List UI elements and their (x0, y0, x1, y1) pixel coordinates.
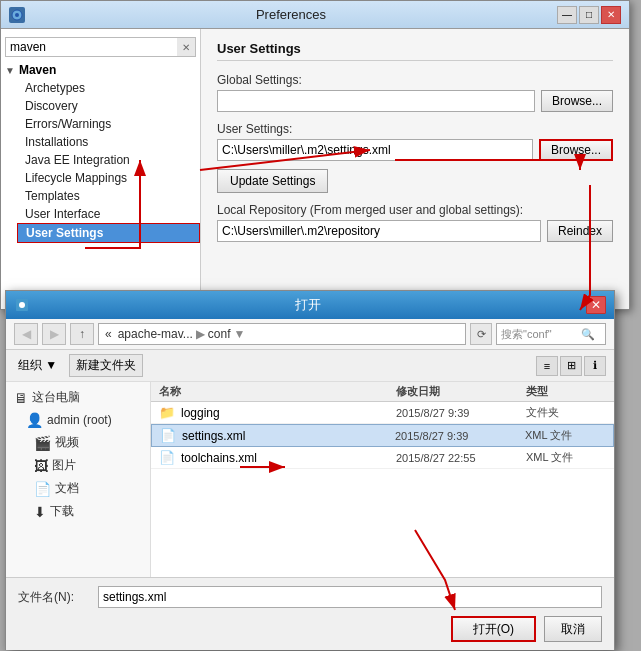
search-input[interactable] (6, 38, 177, 56)
new-folder-button[interactable]: 新建文件夹 (69, 354, 143, 377)
global-settings-input[interactable] (217, 90, 535, 112)
sidebar-item-video[interactable]: 🎬 视频 (6, 431, 150, 454)
pref-left-panel: ✕ ▼ Maven Archetypes Discovery Errors/Wa… (1, 29, 201, 309)
row-name: settings.xml (182, 429, 395, 443)
local-repo-input[interactable] (217, 220, 541, 242)
back-button[interactable]: ◀ (14, 323, 38, 345)
table-row[interactable]: 📁 logging 2015/8/27 9:39 文件夹 (151, 402, 614, 424)
fd-filename-label: 文件名(N): (18, 589, 98, 606)
xml-file-icon: 📄 (160, 428, 176, 443)
path-seg-3: conf (208, 327, 231, 341)
fd-file-listing: 名称 修改日期 类型 📁 logging 2015/8/27 9:39 文件夹 … (151, 382, 614, 577)
tree-maven-label: Maven (19, 63, 56, 77)
tree-child-templates[interactable]: Templates (17, 187, 200, 205)
tree-child-ui[interactable]: User Interface (17, 205, 200, 223)
downloads-icon: ⬇ (34, 504, 46, 520)
search-bar[interactable]: ✕ (5, 37, 196, 57)
documents-icon: 📄 (34, 481, 51, 497)
file-dialog-icon (14, 297, 30, 313)
organize-button[interactable]: 组织 ▼ (14, 355, 61, 376)
global-browse-button[interactable]: Browse... (541, 90, 613, 112)
user-settings-row: User Settings: Browse... Update Settings (217, 122, 613, 193)
tree-child-usersettings[interactable]: User Settings (17, 223, 200, 243)
pref-right-panel: User Settings Global Settings: Browse...… (201, 29, 629, 309)
search-clear-button[interactable]: ✕ (177, 38, 195, 56)
file-dialog-titlebar: 打开 ✕ (6, 291, 614, 319)
row-date: 2015/8/27 9:39 (396, 407, 526, 419)
computer-icon: 🖥 (14, 390, 28, 406)
tree-child-javaee[interactable]: Java EE Integration (17, 151, 200, 169)
minimize-button[interactable]: — (557, 6, 577, 24)
path-bar[interactable]: « apache-mav... ▶ conf ▼ (98, 323, 466, 345)
row-date: 2015/8/27 22:55 (396, 452, 526, 464)
tree-child-archetypes[interactable]: Archetypes (17, 79, 200, 97)
pref-window-controls: — □ ✕ (557, 6, 621, 24)
info-view-button[interactable]: ℹ (584, 356, 606, 376)
update-settings-button[interactable]: Update Settings (217, 169, 328, 193)
sidebar-item-computer-label: 这台电脑 (32, 389, 80, 406)
row-type: XML 文件 (526, 450, 606, 465)
tree-child-discovery[interactable]: Discovery (17, 97, 200, 115)
global-settings-row: Global Settings: Browse... (217, 73, 613, 112)
pref-body: ✕ ▼ Maven Archetypes Discovery Errors/Wa… (1, 29, 629, 309)
view-buttons: ≡ ⊞ ℹ (536, 356, 606, 376)
list-view-button[interactable]: ≡ (536, 356, 558, 376)
row-name: logging (181, 406, 396, 420)
up-button[interactable]: ↑ (70, 323, 94, 345)
file-dialog-title: 打开 (30, 296, 586, 314)
search-icon: 🔍 (581, 328, 595, 341)
local-repo-input-row: Reindex (217, 220, 613, 242)
col-header-type: 类型 (526, 384, 606, 399)
pref-titlebar: Preferences — □ ✕ (1, 1, 629, 29)
pref-title: Preferences (25, 7, 557, 22)
tree-child-lifecycle[interactable]: Lifecycle Mappings (17, 169, 200, 187)
sidebar-item-documents[interactable]: 📄 文档 (6, 477, 150, 500)
organize-label: 组织 ▼ (18, 357, 57, 374)
sidebar-item-admin-label: admin (root) (47, 413, 112, 427)
table-row[interactable]: 📄 settings.xml 2015/8/27 9:39 XML 文件 (151, 424, 614, 447)
video-icon: 🎬 (34, 435, 51, 451)
forward-button[interactable]: ▶ (42, 323, 66, 345)
fd-sidebar: 🖥 这台电脑 👤 admin (root) 🎬 视频 🖼 图片 📄 文档 ⬇ (6, 382, 151, 577)
fd-filename-input[interactable] (98, 586, 602, 608)
sidebar-item-computer[interactable]: 🖥 这台电脑 (6, 386, 150, 409)
pref-titlebar-icon (9, 7, 25, 23)
sidebar-item-admin[interactable]: 👤 admin (root) (6, 409, 150, 431)
svg-point-5 (19, 302, 25, 308)
tree-child-installations[interactable]: Installations (17, 133, 200, 151)
row-date: 2015/8/27 9:39 (395, 430, 525, 442)
sidebar-item-downloads-label: 下载 (50, 503, 74, 520)
user-settings-input[interactable] (217, 139, 533, 161)
local-repo-row: Local Repository (From merged user and g… (217, 203, 613, 242)
path-seg-2: apache-mav... (118, 327, 193, 341)
row-type: XML 文件 (525, 428, 605, 443)
maximize-button[interactable]: □ (579, 6, 599, 24)
xml-file-icon-2: 📄 (159, 450, 175, 465)
fd-filename-row: 文件名(N): (18, 586, 602, 608)
search-bar[interactable]: 🔍 (496, 323, 606, 345)
tree-expand-arrow: ▼ (5, 65, 15, 76)
file-dialog-close-button[interactable]: ✕ (586, 296, 606, 314)
user-settings-label: User Settings: (217, 122, 613, 136)
preferences-window: Preferences — □ ✕ ✕ ▼ Maven Archetypes D… (0, 0, 630, 310)
search-input[interactable] (501, 328, 581, 340)
table-row[interactable]: 📄 toolchains.xml 2015/8/27 22:55 XML 文件 (151, 447, 614, 469)
tree-maven-parent[interactable]: ▼ Maven (1, 61, 200, 79)
fd-action-btns: 打开(O) 取消 (18, 616, 602, 642)
fd-open-button[interactable]: 打开(O) (451, 616, 536, 642)
reindex-button[interactable]: Reindex (547, 220, 613, 242)
row-type: 文件夹 (526, 405, 606, 420)
user-icon: 👤 (26, 412, 43, 428)
grid-view-button[interactable]: ⊞ (560, 356, 582, 376)
user-browse-button[interactable]: Browse... (539, 139, 613, 161)
fd-cancel-button[interactable]: 取消 (544, 616, 602, 642)
pictures-icon: 🖼 (34, 458, 48, 474)
fd-main: 🖥 这台电脑 👤 admin (root) 🎬 视频 🖼 图片 📄 文档 ⬇ (6, 382, 614, 577)
sidebar-item-pictures[interactable]: 🖼 图片 (6, 454, 150, 477)
refresh-button[interactable]: ⟳ (470, 323, 492, 345)
tree-child-errors[interactable]: Errors/Warnings (17, 115, 200, 133)
sidebar-item-downloads[interactable]: ⬇ 下载 (6, 500, 150, 523)
close-button[interactable]: ✕ (601, 6, 621, 24)
col-header-name: 名称 (159, 384, 396, 399)
sidebar-item-video-label: 视频 (55, 434, 79, 451)
